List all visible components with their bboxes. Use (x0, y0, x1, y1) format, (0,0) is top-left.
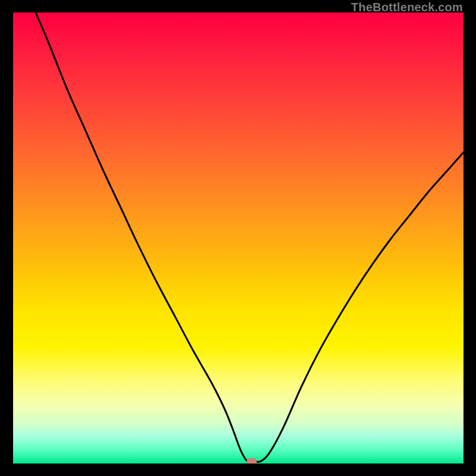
bottleneck-curve (13, 12, 464, 464)
plot-area (13, 12, 464, 464)
optimal-point-marker (247, 458, 257, 464)
outer-frame: TheBottleneck.com (0, 0, 476, 476)
